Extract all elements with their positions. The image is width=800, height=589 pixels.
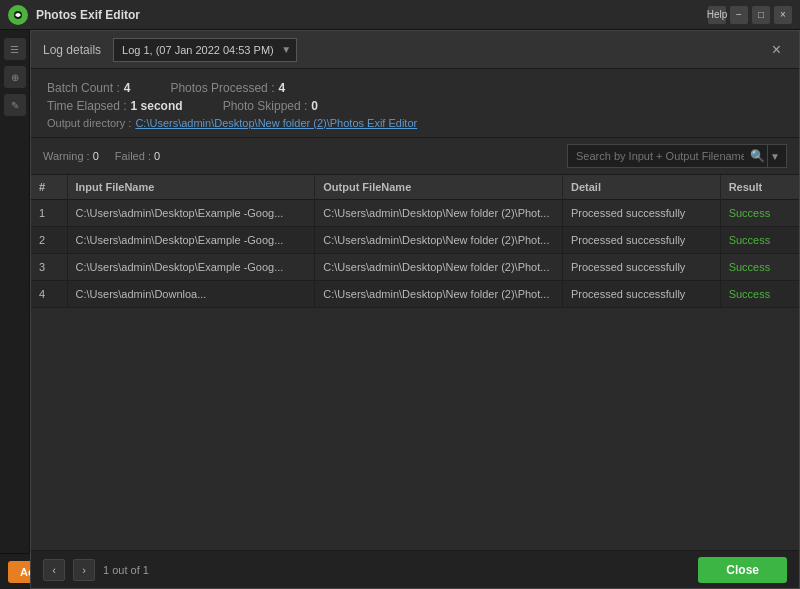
cell-num: 1: [31, 200, 67, 227]
photo-skipped-value: 0: [311, 99, 318, 113]
search-box: 🔍 ▼: [567, 144, 787, 168]
prev-page-button[interactable]: ‹: [43, 559, 65, 581]
cell-detail: Processed successfully: [563, 281, 721, 308]
window-controls: Help − □ ×: [708, 6, 792, 24]
stats-row-2: Time Elapsed : 1 second Photo Skipped : …: [47, 99, 783, 113]
sidebar-icon-2[interactable]: ⊕: [4, 66, 26, 88]
table-row: 3 C:\Users\admin\Desktop\Example -Goog..…: [31, 254, 799, 281]
maximize-button[interactable]: □: [752, 6, 770, 24]
cell-detail: Processed successfully: [563, 254, 721, 281]
failed-label: Failed :: [115, 150, 151, 162]
col-header-output: Output FileName: [315, 175, 563, 200]
col-header-result: Result: [720, 175, 799, 200]
table-body: 1 C:\Users\admin\Desktop\Example -Goog..…: [31, 200, 799, 308]
search-dropdown-icon[interactable]: ▼: [767, 145, 782, 167]
photo-skipped-stat: Photo Skipped : 0: [223, 99, 318, 113]
warning-label: Warning :: [43, 150, 90, 162]
cell-num: 2: [31, 227, 67, 254]
title-bar: Photos Exif Editor Help − □ ×: [0, 0, 800, 30]
batch-count-value: 4: [124, 81, 131, 95]
search-input[interactable]: [572, 150, 748, 162]
photo-skipped-label: Photo Skipped :: [223, 99, 308, 113]
cell-input: C:\Users\admin\Desktop\Example -Goog...: [67, 200, 315, 227]
warning-value: 0: [93, 150, 99, 162]
next-page-button[interactable]: ›: [73, 559, 95, 581]
cell-result: Success: [720, 254, 799, 281]
time-elapsed-value: 1 second: [131, 99, 183, 113]
cell-output: C:\Users\admin\Desktop\New folder (2)\Ph…: [315, 200, 563, 227]
table-row: 1 C:\Users\admin\Desktop\Example -Goog..…: [31, 200, 799, 227]
dialog-close-button[interactable]: ×: [766, 39, 787, 61]
col-header-num: #: [31, 175, 67, 200]
search-icon[interactable]: 🔍: [748, 149, 767, 163]
help-button[interactable]: Help: [708, 6, 726, 24]
table-header: # Input FileName Output FileName Detail …: [31, 175, 799, 200]
cell-result: Success: [720, 281, 799, 308]
stats-row-1: Batch Count : 4 Photos Processed : 4: [47, 81, 783, 95]
log-table-container: # Input FileName Output FileName Detail …: [31, 175, 799, 550]
cell-output: C:\Users\admin\Desktop\New folder (2)\Ph…: [315, 281, 563, 308]
app-logo: [8, 5, 28, 25]
time-elapsed-stat: Time Elapsed : 1 second: [47, 99, 183, 113]
log-select[interactable]: Log 1, (07 Jan 2022 04:53 PM): [113, 38, 297, 62]
sidebar: ☰ ⊕ ✎: [0, 30, 30, 589]
col-header-input: Input FileName: [67, 175, 315, 200]
cell-result: Success: [720, 227, 799, 254]
col-header-detail: Detail: [563, 175, 721, 200]
cell-input: C:\Users\admin\Desktop\Example -Goog...: [67, 227, 315, 254]
photos-processed-label: Photos Processed :: [170, 81, 274, 95]
app-title: Photos Exif Editor: [36, 8, 708, 22]
cell-input: C:\Users\admin\Downloa...: [67, 281, 315, 308]
dialog-header: Log details Log 1, (07 Jan 2022 04:53 PM…: [31, 31, 799, 69]
batch-count-label: Batch Count :: [47, 81, 120, 95]
output-dir-path[interactable]: C:\Users\admin\Desktop\New folder (2)\Ph…: [135, 117, 417, 129]
batch-count-stat: Batch Count : 4: [47, 81, 130, 95]
stats-section: Batch Count : 4 Photos Processed : 4 Tim…: [31, 69, 799, 138]
pagination-bar: ‹ › 1 out of 1 Close: [31, 550, 799, 588]
page-info: 1 out of 1: [103, 564, 149, 576]
failed-filter: Failed : 0: [115, 150, 160, 162]
log-select-wrapper: Log 1, (07 Jan 2022 04:53 PM) ▼: [113, 38, 297, 62]
cell-output: C:\Users\admin\Desktop\New folder (2)\Ph…: [315, 254, 563, 281]
dialog-header-title: Log details: [43, 43, 101, 57]
log-table: # Input FileName Output FileName Detail …: [31, 175, 799, 308]
cell-output: C:\Users\admin\Desktop\New folder (2)\Ph…: [315, 227, 563, 254]
cell-detail: Processed successfully: [563, 200, 721, 227]
table-row: 4 C:\Users\admin\Downloa... C:\Users\adm…: [31, 281, 799, 308]
failed-value: 0: [154, 150, 160, 162]
warning-filter: Warning : 0: [43, 150, 99, 162]
cell-input: C:\Users\admin\Desktop\Example -Goog...: [67, 254, 315, 281]
sidebar-icon-3[interactable]: ✎: [4, 94, 26, 116]
time-elapsed-label: Time Elapsed :: [47, 99, 127, 113]
minimize-button[interactable]: −: [730, 6, 748, 24]
close-dialog-button[interactable]: Close: [698, 557, 787, 583]
photos-processed-stat: Photos Processed : 4: [170, 81, 285, 95]
cell-num: 3: [31, 254, 67, 281]
cell-num: 4: [31, 281, 67, 308]
table-row: 2 C:\Users\admin\Desktop\Example -Goog..…: [31, 227, 799, 254]
output-dir: Output directory : C:\Users\admin\Deskto…: [47, 117, 783, 129]
filter-bar: Warning : 0 Failed : 0 🔍 ▼: [31, 138, 799, 175]
cell-detail: Processed successfully: [563, 227, 721, 254]
log-details-dialog: Log details Log 1, (07 Jan 2022 04:53 PM…: [30, 30, 800, 589]
cell-result: Success: [720, 200, 799, 227]
main-container: ☰ ⊕ ✎ Log details Log 1, (07 Jan 2022 04…: [0, 30, 800, 589]
photos-processed-value: 4: [278, 81, 285, 95]
window-close-button[interactable]: ×: [774, 6, 792, 24]
output-dir-label: Output directory :: [47, 117, 131, 129]
sidebar-icon-1[interactable]: ☰: [4, 38, 26, 60]
